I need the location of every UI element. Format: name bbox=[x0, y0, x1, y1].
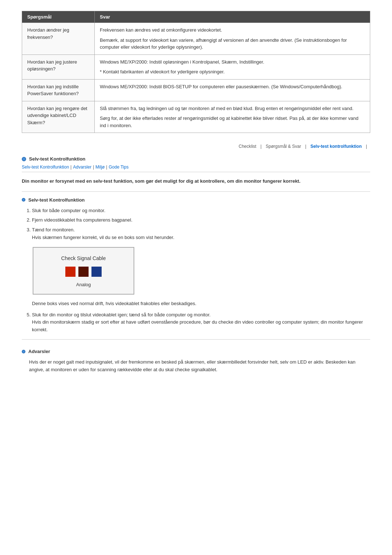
step-subtext-3: Hvis skærmen fungerer korrekt, vil du se… bbox=[32, 235, 174, 240]
signal-cable-box: Check Signal CableAnalog bbox=[33, 247, 134, 295]
breadcrumb-sep1: | bbox=[261, 144, 262, 149]
table-row-answer-0: Frekvensen kan ændres ved at omkonfigure… bbox=[95, 23, 370, 55]
advarsler-section: Advarsler Hvis der er noget galt med inp… bbox=[22, 349, 370, 374]
sub-nav-sep-1: | bbox=[93, 165, 94, 170]
sub-nav-sep-0: | bbox=[70, 165, 72, 170]
square-red bbox=[65, 267, 75, 277]
sub-nav-item-2[interactable]: Miljø bbox=[95, 165, 105, 170]
square-darkred bbox=[78, 267, 89, 277]
breadcrumb-item1: Checklist bbox=[239, 144, 257, 149]
table-col2-header: Svar bbox=[95, 11, 370, 23]
table-row-answer-3: Slå strømmen fra, tag ledningen ud og tø… bbox=[95, 101, 370, 133]
table-row-question-0: Hvordan ændrer jeg frekvensen? bbox=[22, 23, 95, 55]
advarsler-dot-icon bbox=[22, 350, 25, 353]
sub-nav-item-3[interactable]: Gode Tips bbox=[109, 165, 128, 170]
signal-squares bbox=[41, 267, 126, 277]
breadcrumb: Checklist | Spørgsmål & Svar | Selv-test… bbox=[22, 144, 370, 149]
breadcrumb-sep3: | bbox=[366, 144, 367, 149]
breadcrumb-sep2: | bbox=[305, 144, 306, 149]
table-row-answer-1: Windows ME/XP/2000: Indstil opløsningen … bbox=[95, 54, 370, 79]
main-section-title: Selv-test Kontrolfunktion bbox=[29, 156, 85, 162]
section-divider bbox=[22, 191, 370, 192]
signal-cable-title: Check Signal Cable bbox=[41, 254, 126, 262]
table-col1-header: Spørgsmål bbox=[22, 11, 95, 23]
signal-cable-subtitle: Analog bbox=[41, 281, 126, 289]
square-blue bbox=[91, 267, 102, 277]
step-1: Sluk for både computer og monitor. bbox=[32, 207, 370, 215]
sub-nav: Selv-test Kontrolfunktion | Advarsler | … bbox=[22, 165, 370, 172]
sub-section-header: Selv-test Kontrolfunktion bbox=[22, 197, 370, 203]
advarsler-title: Advarsler bbox=[28, 349, 50, 354]
step-2: Fjern videostikkablet fra computerens ba… bbox=[32, 216, 370, 224]
table-row-question-1: Hvordan kan jeg justere opløsningen? bbox=[22, 54, 95, 79]
intro-text: Din monitor er forsynet med en selv-test… bbox=[22, 178, 370, 185]
steps-list: Sluk for både computer og monitor.Fjern … bbox=[22, 207, 370, 334]
table-row-answer-2: Windows ME/XP/2000: Indstil BIOS-SETUP f… bbox=[95, 79, 370, 101]
section-divider2 bbox=[22, 339, 370, 340]
advarsler-text: Hvis der er noget galt med inputsignalet… bbox=[29, 358, 370, 374]
table-row-question-3: Hvordan kan jeg rengøre det udvendige ka… bbox=[22, 101, 95, 133]
signal-normal-text: Denne boks vises ved normal drift, hvis … bbox=[32, 300, 370, 308]
sub-nav-item-1[interactable]: Advarsler bbox=[73, 165, 91, 170]
step-4: Sluk for din monitor og tilslut videokab… bbox=[32, 311, 370, 334]
main-section-header: Selv-test Kontrolfunktion bbox=[22, 156, 370, 162]
advarsler-header: Advarsler bbox=[22, 349, 370, 354]
faq-table: Spørgsmål Svar Hvordan ændrer jeg frekve… bbox=[22, 11, 370, 133]
section-dot-icon bbox=[22, 157, 26, 161]
breadcrumb-item3: Selv-test kontrolfunktion bbox=[310, 144, 362, 149]
breadcrumb-item2: Spørgsmål & Svar bbox=[266, 144, 301, 149]
sub-nav-sep-2: | bbox=[106, 165, 107, 170]
faq-table-section: Spørgsmål Svar Hvordan ændrer jeg frekve… bbox=[22, 11, 370, 133]
table-row-question-2: Hvordan kan jeg indstille PowerSaver fun… bbox=[22, 79, 95, 101]
sub-dot-icon bbox=[22, 198, 25, 202]
sub-nav-item-0[interactable]: Selv-test Kontrolfunktion bbox=[22, 165, 69, 170]
step-subtext-4: Hvis din monitorskærm stadig er sort eft… bbox=[32, 319, 363, 332]
sub-section-title: Selv-test Kontrolfunktion bbox=[28, 197, 85, 203]
step-3: Tænd for monitoren.Hvis skærmen fungerer… bbox=[32, 226, 370, 242]
